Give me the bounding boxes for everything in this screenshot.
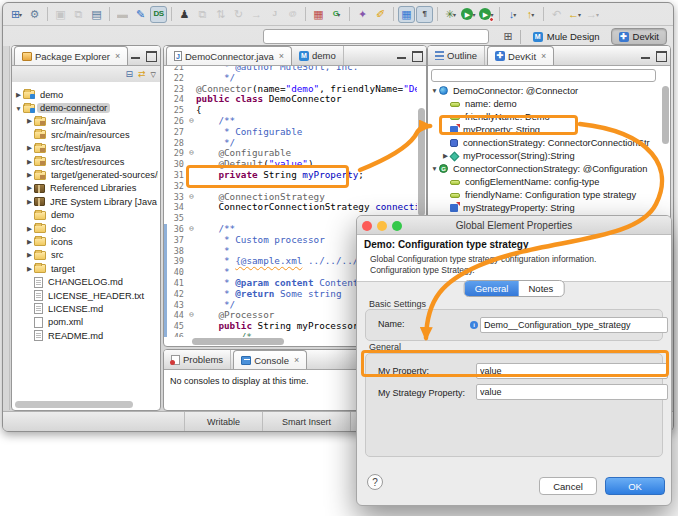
expand-arrow-icon[interactable]: ▶: [14, 91, 23, 99]
print-icon[interactable]: ▤: [88, 6, 105, 23]
tree-item-src[interactable]: ▶src: [12, 249, 158, 262]
debug-icon[interactable]: ✳▾: [442, 6, 459, 23]
coverage-grid-icon[interactable]: ▦: [310, 6, 327, 23]
expand-arrow-icon[interactable]: ▼: [430, 165, 439, 172]
fold-collapse-icon[interactable]: ⊖: [187, 192, 196, 203]
getting-started-icon[interactable]: G▾: [328, 6, 345, 23]
close-icon[interactable]: ×: [115, 51, 120, 61]
inspect-icon[interactable]: ✦: [354, 6, 371, 23]
expand-arrow-icon[interactable]: ▶: [25, 117, 34, 125]
horizontal-scrollbar[interactable]: [192, 338, 284, 345]
devkit-item-connectionstrategy-connectorconnectionstr[interactable]: connectionStrategy: ConnectorConnectionS…: [428, 136, 668, 149]
run-last-icon[interactable]: ↓▾: [504, 6, 521, 23]
dropdown-arrow-icon[interactable]: ▾: [19, 11, 22, 18]
perspective-devkit[interactable]: ✚Devkit: [611, 28, 667, 45]
view-menu-icon[interactable]: ▽: [151, 71, 156, 78]
fold-collapse-icon[interactable]: ⊖: [187, 116, 196, 127]
vertical-scrollbar[interactable]: [418, 108, 425, 216]
tree-item-demo-connector[interactable]: ▼demo-connector: [12, 101, 158, 114]
tab-console[interactable]: Console×: [233, 350, 307, 369]
code-line-31[interactable]: 31 private String myProperty;: [164, 170, 417, 181]
tree-item-pom-xml[interactable]: pom.xml: [12, 316, 158, 329]
maximize-icon[interactable]: [146, 51, 156, 60]
tree-item-src-main-resources[interactable]: src/main/resources: [12, 128, 158, 141]
expand-arrow-icon[interactable]: ▼: [430, 87, 439, 94]
my-property-input[interactable]: [476, 363, 668, 379]
expand-arrow-icon[interactable]: ▼: [14, 105, 23, 112]
devkit-item-friendlyname-demo[interactable]: friendlyName: Demo: [428, 110, 668, 123]
devkit-item-mystrategyproperty-string[interactable]: myStrategyProperty: String: [428, 201, 668, 214]
dialog-titlebar[interactable]: Global Element Properties: [357, 216, 671, 235]
tab-general[interactable]: General: [465, 281, 519, 296]
dropdown-arrow-icon[interactable]: ▾: [513, 11, 516, 18]
tab-problems[interactable]: Problems: [164, 350, 231, 369]
vertical-scrollbar[interactable]: [662, 86, 669, 144]
help-button[interactable]: ?: [367, 474, 383, 490]
close-icon[interactable]: ×: [541, 51, 546, 61]
new-wizard-icon[interactable]: ⊞▾: [8, 6, 25, 23]
back-icon[interactable]: ←▾: [566, 6, 583, 23]
perspective-mule-design[interactable]: MMule Design: [525, 28, 608, 45]
devkit-item-name-demo[interactable]: name: demo: [428, 97, 668, 110]
toolbar-search-input[interactable]: [263, 29, 489, 44]
expand-arrow-icon[interactable]: ▶: [25, 171, 34, 179]
code-line-24[interactable]: 24public class DemoConnector: [164, 94, 417, 105]
close-icon[interactable]: ×: [279, 51, 284, 61]
tab-devkit[interactable]: ✚DevKit×: [487, 46, 554, 65]
show-whitespace-icon[interactable]: ¶: [416, 6, 433, 23]
tree-item-icons[interactable]: ▶icons: [12, 235, 158, 248]
tree-item-doc[interactable]: ▶doc: [12, 222, 158, 235]
profile-icon[interactable]: ▶▾: [478, 6, 495, 23]
tree-item-changelog-md[interactable]: CHANGELOG.md: [12, 275, 158, 288]
devkit-item-myproperty-string[interactable]: myProperty: String: [428, 123, 668, 136]
tree-item-src-test-java[interactable]: ▶src/test/java: [12, 142, 158, 155]
expand-arrow-icon[interactable]: ▶: [25, 225, 34, 233]
dropdown-arrow-icon[interactable]: ▾: [472, 11, 475, 18]
new-mule-flow-icon[interactable]: ✎: [132, 6, 149, 23]
tree-item-readme-md[interactable]: README.md: [12, 329, 158, 342]
dropdown-arrow-icon[interactable]: ▾: [596, 11, 599, 18]
my-strategy-property-input[interactable]: [476, 384, 668, 400]
tree-item-src-test-resources[interactable]: ▶src/test/resources: [12, 155, 158, 168]
expand-arrow-icon[interactable]: ▶: [25, 198, 34, 206]
tab-package-explorer[interactable]: Package Explorer ×: [14, 46, 128, 65]
minimize-icon[interactable]: [641, 51, 651, 60]
minimize-icon[interactable]: [131, 51, 141, 60]
tree-item-demo[interactable]: ▶demo: [12, 88, 158, 101]
run-icon[interactable]: ▶▾: [460, 6, 477, 23]
open-perspective-icon[interactable]: ⊞: [501, 29, 516, 44]
gear-icon[interactable]: ⚙: [26, 6, 43, 23]
tree-item-license-md[interactable]: LICENSE.md: [12, 302, 158, 315]
maximize-icon[interactable]: [656, 51, 666, 60]
expand-arrow-icon[interactable]: ▶: [25, 251, 34, 259]
name-input[interactable]: [480, 317, 668, 333]
tree-item-jre-system-library-java-se-7[interactable]: ▶JRE System Library [Java SE 7: [12, 195, 158, 208]
devkit-filter-input[interactable]: [431, 69, 656, 82]
horizontal-scrollbar[interactable]: [15, 401, 133, 408]
dropdown-arrow-icon[interactable]: ▾: [337, 11, 340, 18]
zoom-window-icon[interactable]: [392, 221, 402, 231]
minimize-window-icon[interactable]: [377, 221, 387, 231]
fold-collapse-icon[interactable]: ⊖: [187, 310, 196, 321]
dropdown-arrow-icon[interactable]: ▾: [453, 11, 456, 18]
devkit-item-democonnector-connector[interactable]: ▼DemoConnector: @Connector: [428, 84, 668, 97]
palette-icon[interactable]: ▦: [398, 6, 415, 23]
run-as-user-icon[interactable]: ♟: [176, 6, 193, 23]
close-icon[interactable]: ×: [294, 355, 299, 365]
maximize-icon[interactable]: [412, 51, 422, 60]
close-window-icon[interactable]: [362, 221, 372, 231]
expand-arrow-icon[interactable]: ▶: [25, 144, 34, 152]
tab-notes[interactable]: Notes: [518, 281, 563, 296]
tree-item-referenced-libraries[interactable]: ▶Referenced Libraries: [12, 182, 158, 195]
link-with-editor-icon[interactable]: ⇄: [138, 70, 146, 79]
tree-item-license-header-txt[interactable]: LICENSE_HEADER.txt: [12, 289, 158, 302]
tree-item-target-generated-sources-mule[interactable]: ▶target/generated-sources/mule: [12, 168, 158, 181]
new-devkit-project-icon[interactable]: DS: [150, 6, 167, 23]
tree-item-demo[interactable]: demo: [12, 209, 158, 222]
minimize-icon[interactable]: [397, 51, 407, 60]
fold-collapse-icon[interactable]: ⊖: [187, 224, 196, 235]
tab-outline[interactable]: Outline: [428, 46, 485, 65]
ok-button[interactable]: OK: [605, 477, 665, 495]
code-line-34[interactable]: 34 ConnectorConnectionStrategy connectio…: [164, 202, 417, 213]
dropdown-arrow-icon[interactable]: ▾: [531, 11, 534, 18]
